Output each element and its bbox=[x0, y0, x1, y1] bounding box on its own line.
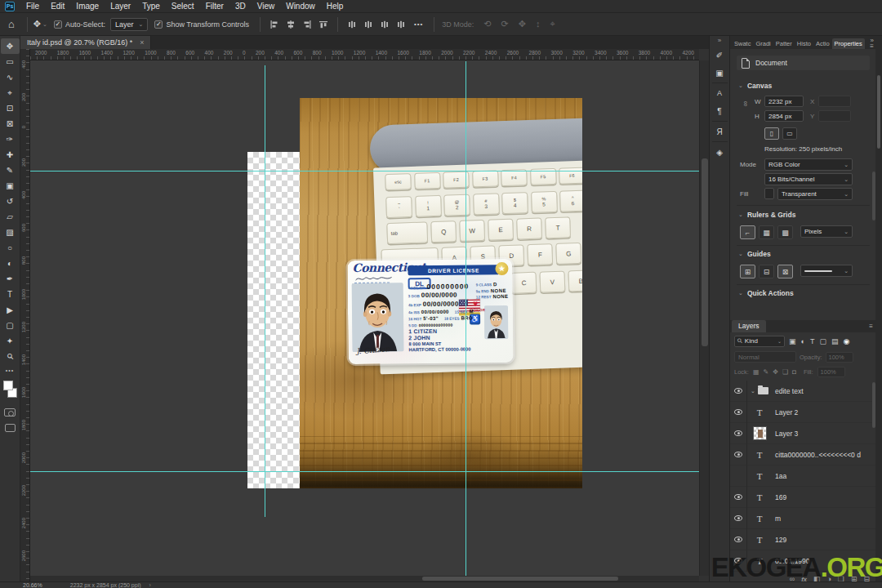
portrait-orientation-button[interactable]: ▯ bbox=[764, 127, 779, 140]
align-top-edges-icon[interactable] bbox=[316, 18, 331, 31]
screen-mode-icon[interactable] bbox=[5, 424, 16, 432]
layer-row[interactable]: Tcitta0000000..<<<<<<<<0 d bbox=[730, 444, 876, 466]
quick-mask-icon[interactable] bbox=[4, 408, 16, 416]
brush-tool[interactable]: ✎ bbox=[1, 163, 20, 178]
blur-tool[interactable]: ○ bbox=[1, 240, 20, 256]
toggle-rulers-icon[interactable]: ⌐ bbox=[740, 225, 755, 239]
lock-all-icon[interactable]: ◘ bbox=[792, 368, 796, 376]
scrollbar-thumb[interactable] bbox=[422, 577, 618, 581]
menu-layer[interactable]: Layer bbox=[105, 0, 136, 13]
eye-icon[interactable] bbox=[734, 430, 742, 436]
close-icon[interactable]: × bbox=[140, 38, 144, 47]
lock-position-icon[interactable]: ✥ bbox=[773, 368, 778, 376]
distribute-bottom-icon[interactable] bbox=[377, 18, 392, 31]
auto-select-dropdown[interactable]: Layer ⌄ bbox=[110, 18, 148, 31]
paragraph-panel-icon[interactable]: ¶ bbox=[710, 102, 729, 120]
eyedropper-tool[interactable]: ✑ bbox=[1, 131, 20, 147]
lasso-tool[interactable]: ∿ bbox=[1, 69, 20, 85]
filter-adjustment-layers-icon[interactable]: ◐ bbox=[801, 337, 805, 345]
tab-gradi[interactable]: Gradi bbox=[753, 38, 773, 49]
foreground-background-colors[interactable] bbox=[1, 377, 20, 403]
eye-icon[interactable] bbox=[734, 388, 742, 394]
layer-name[interactable]: Layer 3 bbox=[775, 430, 798, 438]
layer-name[interactable]: Layer 2 bbox=[775, 408, 798, 416]
rectangle-tool[interactable]: ▢ bbox=[1, 318, 20, 333]
menu-edit[interactable]: Edit bbox=[45, 0, 70, 13]
toggle-grid-icon[interactable]: ▦ bbox=[759, 225, 774, 239]
eye-icon[interactable] bbox=[734, 452, 742, 457]
crop-tool[interactable]: ⊡ bbox=[1, 100, 20, 116]
tab-actio[interactable]: Actio bbox=[813, 38, 832, 49]
eraser-tool[interactable]: ▱ bbox=[1, 209, 20, 225]
distribute-left-icon[interactable] bbox=[345, 18, 359, 31]
filter-type-layers-icon[interactable]: T bbox=[810, 337, 815, 345]
move-tool-preset-icon[interactable]: ✥ bbox=[33, 19, 41, 29]
layer-name[interactable]: m bbox=[775, 514, 781, 523]
filter-pin-icon[interactable]: ◉ bbox=[843, 337, 849, 345]
layer-name[interactable]: 129 bbox=[775, 536, 786, 544]
color-mode-dropdown[interactable]: RGB Color ⌄ bbox=[764, 158, 853, 171]
guide-horizontal-1[interactable] bbox=[30, 171, 699, 172]
object-selection-tool[interactable]: ⌖ bbox=[1, 85, 20, 100]
zoom-level-field[interactable]: 20.66% bbox=[23, 582, 42, 588]
guide-horizontal-2[interactable] bbox=[30, 471, 699, 472]
horizontal-scrollbar[interactable] bbox=[30, 576, 699, 581]
path-selection-tool[interactable]: ▶ bbox=[1, 302, 20, 318]
move-tool[interactable]: ✥ bbox=[1, 38, 20, 54]
filter-pixel-layers-icon[interactable]: ▣ bbox=[789, 337, 796, 345]
layer-row[interactable]: T169 bbox=[730, 487, 876, 508]
width-field[interactable]: 2232 px bbox=[764, 96, 804, 107]
visibility-cell[interactable] bbox=[730, 487, 747, 508]
home-icon[interactable]: ⌂ bbox=[8, 18, 15, 30]
dodge-tool[interactable]: ◐ bbox=[1, 256, 20, 271]
guide-style-dropdown[interactable]: ⌄ bbox=[800, 265, 853, 277]
more-options-icon[interactable]: ••• bbox=[414, 20, 423, 28]
lock-artboard-icon[interactable]: ❏ bbox=[782, 368, 788, 376]
glyphs-panel-icon[interactable]: Я bbox=[710, 122, 729, 140]
distribute-right-icon[interactable] bbox=[394, 18, 408, 31]
layers-tab[interactable]: Layers bbox=[732, 320, 766, 332]
menu-window[interactable]: Window bbox=[280, 0, 321, 13]
menu-select[interactable]: Select bbox=[166, 0, 200, 13]
new-guide-layout-icon[interactable]: ⊞ bbox=[740, 265, 755, 278]
opacity-field[interactable]: 100% bbox=[826, 352, 853, 363]
layer-row[interactable]: Tm bbox=[730, 508, 876, 529]
landscape-orientation-button[interactable]: ▭ bbox=[782, 127, 797, 140]
layer-name[interactable]: 1aa bbox=[775, 472, 786, 480]
canvas-section-header[interactable]: ⌄ Canvas bbox=[738, 82, 772, 90]
scrollbar-thumb[interactable] bbox=[877, 75, 880, 149]
eye-icon[interactable] bbox=[734, 515, 742, 521]
scrollbar-thumb[interactable] bbox=[702, 158, 708, 346]
app-right-scrollbar[interactable] bbox=[875, 36, 882, 581]
vertical-ruler[interactable]: 4002000200400600800100012001400160018002… bbox=[20, 49, 30, 581]
y-field[interactable] bbox=[818, 110, 851, 122]
horizontal-ruler[interactable]: 2000180016001400120010008006004002000200… bbox=[30, 49, 699, 60]
filter-smart-objects-icon[interactable]: ▤ bbox=[831, 337, 839, 345]
visibility-cell[interactable] bbox=[730, 466, 747, 487]
guides-from-shape-icon[interactable]: ⊟ bbox=[759, 265, 774, 278]
pen-tool[interactable]: ✒ bbox=[1, 271, 20, 287]
menu-type[interactable]: Type bbox=[136, 0, 166, 13]
type-tool[interactable]: T bbox=[1, 287, 20, 302]
lock-transparency-icon[interactable]: ▦ bbox=[753, 368, 760, 376]
eye-icon[interactable] bbox=[734, 537, 742, 542]
marquee-tool[interactable]: ▭ bbox=[1, 54, 20, 69]
healing-brush-tool[interactable]: ✚ bbox=[1, 147, 20, 163]
guides-section-header[interactable]: ⌄ Guides bbox=[738, 250, 771, 258]
bit-depth-dropdown[interactable]: 16 Bits/Channel ⌄ bbox=[764, 173, 853, 185]
fill-field[interactable]: 100% bbox=[817, 367, 845, 377]
visibility-cell[interactable] bbox=[730, 402, 747, 423]
align-right-edges-icon[interactable] bbox=[300, 18, 314, 31]
x-field[interactable] bbox=[818, 96, 851, 107]
distribute-center-icon[interactable] bbox=[361, 18, 376, 31]
layer-row[interactable]: ⌄edite text bbox=[730, 381, 876, 402]
eye-icon[interactable] bbox=[734, 409, 742, 415]
height-field[interactable]: 2854 px bbox=[764, 110, 804, 122]
tab-histo[interactable]: Histo bbox=[795, 38, 813, 49]
clear-guides-icon[interactable]: ⊠ bbox=[777, 265, 793, 278]
quick-actions-section-header[interactable]: ⌄ Quick Actions bbox=[738, 289, 794, 297]
layer-row[interactable]: TLayer 2 bbox=[730, 402, 876, 423]
toggle-snap-icon[interactable]: ▩ bbox=[777, 225, 793, 239]
filter-shape-layers-icon[interactable]: ▢ bbox=[819, 337, 826, 345]
tab-swatc[interactable]: Swatc bbox=[732, 38, 753, 49]
